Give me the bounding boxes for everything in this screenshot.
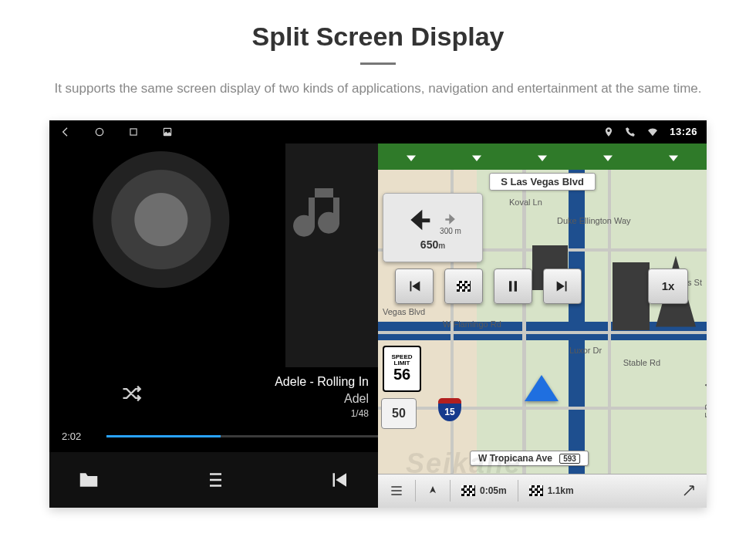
queue-position: 1/48 [275, 407, 369, 420]
title-underline [360, 62, 396, 65]
menu-button[interactable] [389, 483, 404, 498]
navigation-pane: Koval Ln Duke Ellington Way Giles St Lux… [378, 144, 707, 508]
location-icon [603, 127, 614, 137]
elapsed-time: 2:02 [62, 431, 97, 442]
gallery-icon[interactable] [160, 125, 174, 139]
speed-limit-value: 56 [393, 366, 410, 383]
wifi-icon [646, 126, 659, 138]
cross-street-label: W Tropicana Ave 593 [470, 451, 589, 466]
street-label: Vegas Blvd [383, 307, 425, 316]
turn-distance-unit: m [438, 241, 445, 250]
shuffle-icon[interactable] [120, 383, 142, 404]
current-speed-badge: 50 [381, 398, 417, 429]
prev-track-button[interactable] [395, 268, 434, 304]
distance-segment[interactable]: 1.1km [529, 485, 574, 496]
lane-arrow-icon [404, 150, 418, 164]
overview-button[interactable] [682, 484, 696, 498]
cross-street-name: W Tropicana Ave [478, 453, 552, 464]
home-icon[interactable] [93, 125, 106, 139]
player-bottom-bar [49, 452, 378, 508]
turn-left-icon [404, 204, 435, 235]
playback-progress[interactable]: 2:02 [62, 431, 378, 442]
svg-rect-1 [130, 128, 137, 134]
track-info: Adele - Rolling In Adel 1/48 [275, 373, 369, 421]
lane-arrow-icon [470, 150, 484, 164]
bearing-indicator[interactable] [427, 485, 439, 497]
previous-track-icon[interactable] [326, 467, 352, 493]
phone-icon [625, 127, 636, 137]
street-label: E Reno Av [704, 378, 707, 418]
next-turn-distance: 300 m [440, 227, 461, 235]
remaining-distance: 1.1km [548, 485, 574, 496]
playback-speed-button[interactable]: 1x [648, 268, 688, 304]
track-title: Adele - Rolling In [275, 373, 369, 390]
eta-segment[interactable]: 0:05m [461, 485, 507, 496]
street-label: Stable Rd [623, 358, 660, 367]
turn-right-icon [443, 211, 458, 227]
heading-arrow-icon [525, 375, 559, 401]
page-subtitle: It supports the same screen display of t… [0, 79, 756, 120]
destination-flag-button[interactable] [444, 268, 483, 304]
flag-icon [529, 485, 543, 496]
svg-point-0 [96, 128, 103, 135]
progress-bar[interactable] [106, 435, 378, 437]
lane-arrow-icon [667, 150, 680, 164]
device-frame: 13:26 Adele - Rolling In Adel 1/48 2:02 [49, 120, 707, 508]
lane-arrow-icon [601, 150, 615, 164]
folder-icon[interactable] [76, 467, 102, 493]
page-title: Split Screen Display [0, 0, 756, 52]
current-street-label: S Las Vegas Blvd [489, 173, 596, 191]
music-note-icon [287, 179, 361, 253]
lane-arrow-icon [535, 150, 549, 164]
map-media-controls [395, 268, 582, 304]
street-label: Duke Ellington Way [557, 216, 631, 225]
street-label: Koval Ln [509, 198, 542, 207]
lane-guidance-bar [378, 144, 707, 170]
track-artist: Adel [275, 390, 369, 407]
nav-bottom-bar: 0:05m 1.1km [378, 474, 707, 508]
street-label: Luxor Dr [569, 346, 602, 355]
status-bar: 13:26 [49, 120, 707, 144]
cross-street-pin: 593 [559, 454, 580, 464]
recents-icon[interactable] [127, 125, 140, 139]
music-player-pane: Adele - Rolling In Adel 1/48 2:02 [49, 144, 378, 508]
map-building-icon [613, 262, 650, 330]
turn-distance-value: 650 [420, 238, 438, 251]
flag-icon [461, 485, 475, 496]
street-label: W Flamingo Rd [443, 319, 501, 329]
flag-icon [457, 281, 471, 292]
turn-instruction-panel[interactable]: 300 m 650m [383, 193, 483, 262]
list-icon[interactable] [201, 467, 227, 493]
status-clock: 13:26 [670, 126, 697, 137]
remaining-time: 0:05m [480, 485, 507, 496]
speed-limit-sign: SPEED LIMIT 56 [383, 346, 421, 392]
next-track-button[interactable] [543, 268, 582, 304]
pause-button[interactable] [494, 268, 532, 304]
album-art-placeholder [285, 144, 378, 367]
back-icon[interactable] [59, 125, 73, 139]
